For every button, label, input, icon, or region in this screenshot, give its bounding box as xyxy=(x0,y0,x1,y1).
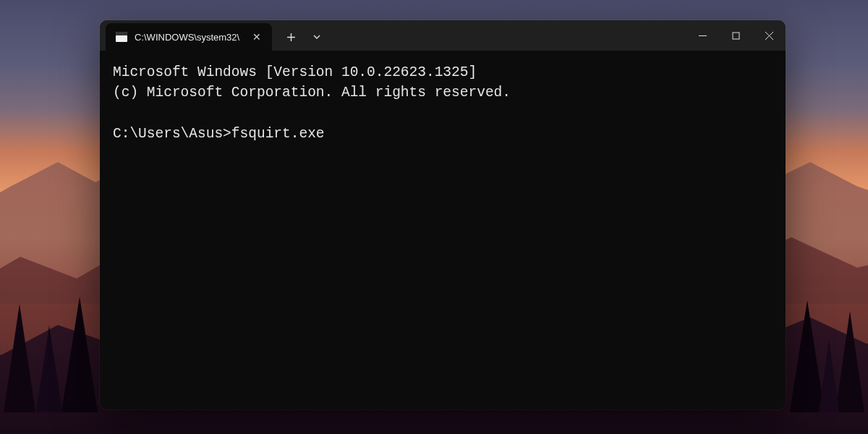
cmd-icon xyxy=(116,32,127,42)
copyright-line: (c) Microsoft Corporation. All rights re… xyxy=(113,85,511,101)
terminal-output[interactable]: Microsoft Windows [Version 10.0.22623.13… xyxy=(100,51,786,409)
tab-dropdown-button[interactable] xyxy=(305,25,328,48)
titlebar-drag-area[interactable] xyxy=(333,20,686,51)
svg-rect-3 xyxy=(733,33,739,39)
new-tab-button[interactable] xyxy=(279,25,302,48)
tab-close-button[interactable]: ✕ xyxy=(250,30,263,43)
prompt-path: C:\Users\Asus> xyxy=(113,126,231,142)
titlebar[interactable]: C:\WINDOWS\system32\ ✕ xyxy=(100,20,786,51)
minimize-button[interactable] xyxy=(686,20,719,51)
command-text: fsquirt.exe xyxy=(231,126,325,142)
close-button[interactable] xyxy=(752,20,786,51)
tab-title: C:\WINDOWS\system32\ xyxy=(135,32,243,43)
tab-active[interactable]: C:\WINDOWS\system32\ ✕ xyxy=(106,23,272,51)
maximize-button[interactable] xyxy=(719,20,752,51)
version-line: Microsoft Windows [Version 10.0.22623.13… xyxy=(113,64,477,80)
terminal-window: C:\WINDOWS\system32\ ✕ Microsoft Windows… xyxy=(100,20,786,409)
